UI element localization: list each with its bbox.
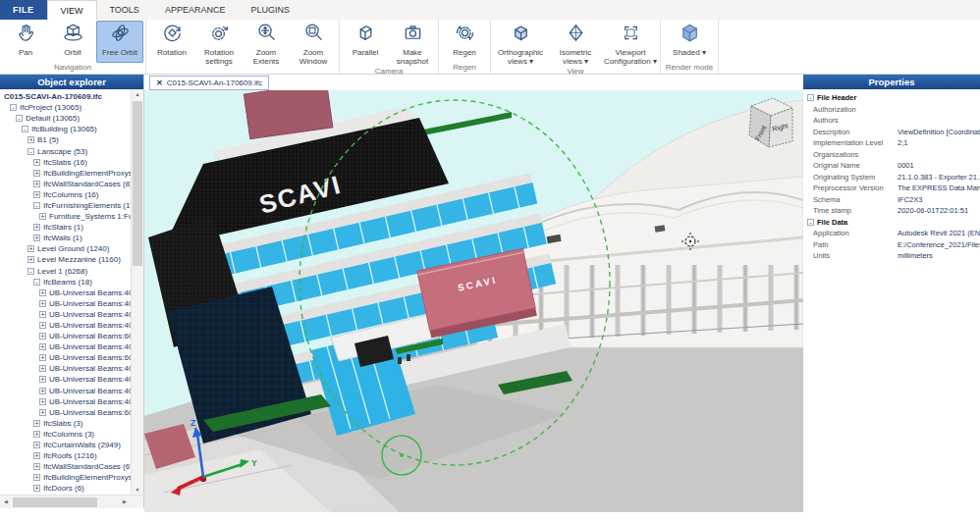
- tree-item[interactable]: + UB-Universal Beams:400x40: [0, 309, 132, 320]
- tree-expander-icon[interactable]: +: [33, 170, 40, 177]
- navigation-cube[interactable]: Front Right: [749, 98, 792, 147]
- tree-horizontal-scrollbar[interactable]: ◀ ▶: [0, 495, 143, 508]
- ribbon-button[interactable]: Isometric views ▾: [548, 21, 603, 67]
- tree-item[interactable]: + IfcBuildingElementProxys (6): [0, 472, 132, 483]
- menu-tab[interactable]: TOOLS: [97, 0, 152, 20]
- tree-item[interactable]: + UB-Universal Beams:600x40: [0, 352, 132, 363]
- scroll-up-icon[interactable]: ▲: [132, 89, 143, 100]
- tree-item[interactable]: + UB-Universal Beams:400x40: [0, 287, 132, 298]
- property-row[interactable]: - File Header: [803, 92, 980, 104]
- tree-expander-icon[interactable]: -: [27, 268, 34, 275]
- ribbon-button[interactable]: Regen: [441, 21, 488, 63]
- menu-tab[interactable]: VIEW: [47, 0, 97, 20]
- tree-item[interactable]: + UB-Universal Beams:600x40: [0, 331, 132, 341]
- ribbon-button[interactable]: Orbit: [49, 21, 96, 63]
- tree-vertical-scrollbar[interactable]: ▲ ▼: [131, 89, 143, 496]
- tree-expander-icon[interactable]: +: [33, 235, 40, 241]
- scrollbar-thumb[interactable]: [13, 497, 97, 507]
- tree-item[interactable]: + IfcSlabs (3): [0, 418, 132, 429]
- tree-expander-icon[interactable]: -: [22, 126, 28, 132]
- tree-expander-icon[interactable]: +: [33, 420, 40, 427]
- property-row[interactable]: Description ViewDefinition [Coordination…: [803, 127, 980, 138]
- tree-expander-icon[interactable]: +: [39, 322, 46, 329]
- scrollbar-thumb[interactable]: [133, 101, 142, 266]
- tree-expander-icon[interactable]: +: [39, 354, 46, 361]
- tree-item[interactable]: + Level Mezzanine (1160): [0, 254, 132, 265]
- tree-item[interactable]: + Furniture_Systems 1:Furnitur: [0, 211, 132, 222]
- section-expander-icon[interactable]: -: [807, 219, 814, 226]
- ribbon-button[interactable]: Make snapshot: [389, 21, 436, 67]
- property-row[interactable]: Implementation Level 2;1: [803, 137, 980, 149]
- tree-expander-icon[interactable]: +: [33, 452, 40, 459]
- tree-item[interactable]: - IfcBeams (18): [0, 277, 132, 287]
- tree-item[interactable]: + IfcColumns (3): [0, 429, 132, 440]
- viewport-tab[interactable]: ✕ C015-SCAVI-An-170609.ifc: [149, 76, 269, 90]
- tree-item[interactable]: - Lanscape (53): [0, 145, 132, 156]
- property-row[interactable]: Application Autodesk Revit 2021 (ENG);: [803, 228, 980, 239]
- property-row[interactable]: Original Name 0001: [803, 160, 980, 172]
- property-row[interactable]: Schema IFC2X3: [803, 194, 980, 206]
- scroll-right-icon[interactable]: ▶: [119, 496, 131, 506]
- ribbon-button[interactable]: Shaded ▾: [663, 21, 716, 63]
- tree-item[interactable]: + IfcSlabs (16): [0, 157, 132, 168]
- tree-expander-icon[interactable]: +: [39, 333, 46, 339]
- property-row[interactable]: Originating System 21.1.0.383 - Exporter…: [803, 172, 980, 183]
- close-icon[interactable]: ✕: [156, 78, 163, 87]
- tree-expander-icon[interactable]: +: [27, 256, 34, 263]
- property-row[interactable]: Time stamp 2020-06-01T22:01:51: [803, 205, 980, 217]
- ribbon-button[interactable]: Parallel: [342, 21, 389, 63]
- tree-item[interactable]: + IfcCurtainWalls (2949): [0, 440, 132, 450]
- tree-item[interactable]: + UB-Universal Beams:400x40: [0, 374, 132, 385]
- tree-item[interactable]: + IfcBuildingElementProxys (11): [0, 168, 132, 179]
- tree-item[interactable]: - IfcFurnishingElements (1): [0, 200, 132, 211]
- tree-item[interactable]: C015-SCAVI-An-170609.ifc: [0, 91, 132, 102]
- menu-tab[interactable]: PLUGINS: [238, 0, 302, 20]
- scroll-left-icon[interactable]: ◀: [0, 496, 12, 506]
- tree-item[interactable]: + UB-Universal Beams:400x40: [0, 386, 132, 396]
- tree-expander-icon[interactable]: +: [39, 409, 46, 416]
- tree-expander-icon[interactable]: +: [39, 343, 46, 350]
- section-expander-icon[interactable]: -: [807, 94, 814, 101]
- tree-item[interactable]: + UB-Universal Beams:400x40: [0, 363, 132, 374]
- tree-expander-icon[interactable]: +: [39, 365, 46, 372]
- tree-item[interactable]: + UB-Universal Beams:400x40: [0, 320, 132, 331]
- tree-expander-icon[interactable]: +: [39, 376, 46, 383]
- ribbon-button[interactable]: Zoom Window: [290, 21, 337, 67]
- tree-item[interactable]: + UB-Universal Beams:400x40: [0, 341, 132, 352]
- tree-item[interactable]: + IfcWalls (1): [0, 233, 132, 243]
- tree-item[interactable]: + Level Ground (1240): [0, 243, 132, 254]
- ribbon-button[interactable]: Pan: [2, 21, 49, 63]
- tree-expander-icon[interactable]: +: [33, 191, 40, 198]
- property-row[interactable]: Authors: [803, 115, 980, 127]
- tree-expander-icon[interactable]: +: [27, 136, 34, 143]
- tree-item[interactable]: - IfcProject (13065): [0, 102, 132, 113]
- ribbon-button[interactable]: Zoom Extents: [243, 21, 290, 67]
- tree-expander-icon[interactable]: +: [33, 442, 40, 448]
- tree-item[interactable]: + UB-Universal Beams:400x40: [0, 298, 132, 309]
- ribbon-button[interactable]: Rotation settings: [195, 21, 243, 67]
- ribbon-button[interactable]: Viewport Configuration ▾: [603, 21, 658, 67]
- tree-expander-icon[interactable]: +: [27, 245, 34, 252]
- property-row[interactable]: Units millimeters: [803, 250, 980, 262]
- property-row[interactable]: Path E:/Conference_2021/Files/C2: [803, 239, 980, 251]
- tree-expander-icon[interactable]: +: [33, 474, 40, 481]
- tree-expander-icon[interactable]: +: [39, 311, 46, 318]
- tree-item[interactable]: + B1 (5): [0, 134, 132, 145]
- tree-expander-icon[interactable]: -: [27, 148, 34, 155]
- tree-item[interactable]: + IfcStairs (1): [0, 222, 132, 233]
- tree-expander-icon[interactable]: +: [33, 181, 40, 187]
- tree-expander-icon[interactable]: -: [33, 279, 40, 286]
- tree-item[interactable]: + IfcDoors (6): [0, 483, 132, 494]
- tree-item[interactable]: - Default (13065): [0, 113, 132, 124]
- tree-expander-icon[interactable]: -: [33, 202, 40, 209]
- ribbon-button[interactable]: Orthographic views ▾: [493, 21, 548, 67]
- tree-item[interactable]: + UB-Universal Beams:400x40: [0, 396, 132, 407]
- tree-expander-icon[interactable]: +: [33, 485, 40, 492]
- tree-item[interactable]: + IfcRoofs (1216): [0, 450, 132, 461]
- property-row[interactable]: Authorization: [803, 104, 980, 116]
- tree-expander-icon[interactable]: -: [10, 104, 17, 111]
- viewport-3d-scene[interactable]: SCAVI: [144, 90, 803, 512]
- tree-expander-icon[interactable]: +: [39, 213, 46, 220]
- tree-expander-icon[interactable]: +: [33, 431, 40, 438]
- tree-item[interactable]: - IfcBuilding (13065): [0, 124, 132, 134]
